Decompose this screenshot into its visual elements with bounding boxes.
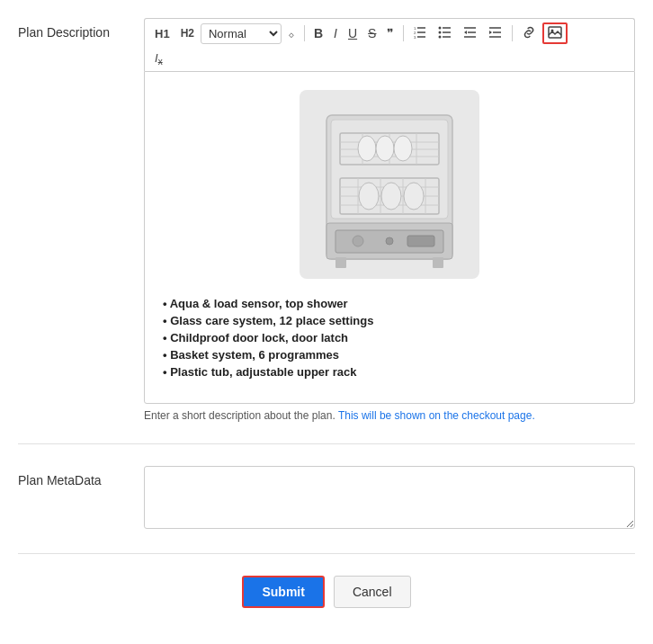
list-item: Glass care system, 12 place settings <box>163 314 616 327</box>
plan-metadata-field <box>144 466 635 532</box>
image-button[interactable] <box>542 22 568 44</box>
clear-format-button[interactable]: Ix <box>150 49 167 69</box>
svg-point-44 <box>381 183 401 210</box>
svg-marker-19 <box>489 31 492 34</box>
editor-content-area[interactable]: Aqua & load sensor, top shower Glass car… <box>144 71 635 404</box>
svg-point-9 <box>439 27 442 30</box>
svg-point-11 <box>439 36 442 39</box>
dishwasher-image <box>300 90 479 279</box>
list-item: Plastic tub, adjustable upper rack <box>163 365 616 379</box>
svg-rect-51 <box>433 257 443 268</box>
svg-rect-50 <box>335 257 346 268</box>
toolbar-divider-1 <box>304 25 305 41</box>
svg-point-43 <box>359 183 379 210</box>
list-item: Basket system, 6 programmes <box>163 348 616 362</box>
svg-point-45 <box>404 183 424 210</box>
bold-button[interactable]: B <box>309 24 327 42</box>
feature-list: Aqua & load sensor, top shower Glass car… <box>163 297 616 379</box>
cancel-button[interactable]: Cancel <box>334 576 411 608</box>
form-buttons: Submit Cancel <box>18 576 635 608</box>
plan-metadata-label: Plan MetaData <box>18 466 144 487</box>
svg-rect-49 <box>407 236 434 246</box>
hint-link-text: This will be shown on the checkout page. <box>338 409 535 422</box>
toolbar-row2: Ix <box>144 48 635 71</box>
editor-toolbar: H1 H2 Normal Heading 1 Heading 2 Heading… <box>144 18 635 48</box>
submit-button[interactable]: Submit <box>242 576 324 608</box>
svg-point-47 <box>353 236 363 246</box>
underline-button[interactable]: U <box>344 24 362 42</box>
link-button[interactable] <box>517 23 541 43</box>
svg-text:3.: 3. <box>414 35 416 40</box>
list-item: Aqua & load sensor, top shower <box>163 297 616 310</box>
unordered-list-button[interactable] <box>434 23 457 43</box>
svg-point-10 <box>439 31 442 34</box>
ordered-list-button[interactable]: 1.2.3. <box>408 23 432 43</box>
indent-increase-button[interactable] <box>484 23 507 43</box>
plan-metadata-row: Plan MetaData <box>18 466 635 554</box>
svg-point-48 <box>386 237 393 245</box>
list-item: Childproof door lock, door latch <box>163 331 616 344</box>
quote-button[interactable]: ❞ <box>382 24 398 42</box>
indent-decrease-button[interactable] <box>459 23 482 43</box>
format-select[interactable]: Normal Heading 1 Heading 2 Heading 3 <box>201 23 282 44</box>
plan-description-row: Plan Description H1 H2 Normal Heading 1 … <box>18 18 635 444</box>
heading1-button[interactable]: H1 <box>150 25 174 42</box>
svg-point-32 <box>358 136 376 161</box>
plan-description-field: H1 H2 Normal Heading 1 Heading 2 Heading… <box>144 18 635 422</box>
hint-text-before: Enter a short description about the plan… <box>144 409 338 422</box>
strikethrough-button[interactable]: S <box>363 24 380 42</box>
dishwasher-svg <box>309 97 470 273</box>
plan-description-label: Plan Description <box>18 18 144 40</box>
svg-point-34 <box>394 136 412 161</box>
svg-marker-15 <box>464 31 467 34</box>
editor-image-container <box>163 90 616 279</box>
italic-button[interactable]: I <box>329 24 342 42</box>
hint-text: Enter a short description about the plan… <box>144 409 635 422</box>
svg-point-33 <box>376 136 394 161</box>
heading2-button[interactable]: H2 <box>176 25 199 41</box>
format-dropdown-arrow[interactable]: ⬦ <box>283 25 300 42</box>
metadata-input[interactable] <box>144 466 635 529</box>
toolbar-divider-3 <box>512 25 513 41</box>
toolbar-divider-2 <box>403 25 404 41</box>
